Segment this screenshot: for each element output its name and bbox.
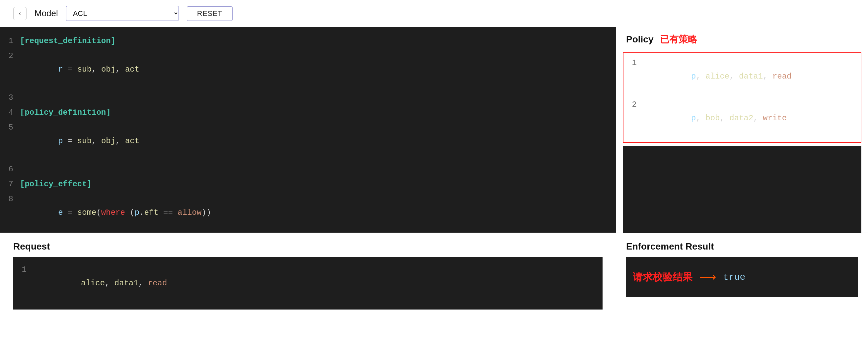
request-title: Request xyxy=(13,241,602,252)
code-empty-3 xyxy=(20,91,616,105)
line-num-7: 7 xyxy=(0,178,20,191)
line-num-5: 5 xyxy=(0,121,20,135)
request-code-area[interactable]: 1 alice, data1, read xyxy=(13,257,602,310)
enforcement-code-area: 请求校验结果 ⟶ true xyxy=(626,257,858,297)
line-num-4: 4 xyxy=(0,106,20,119)
code-line-6: 6 xyxy=(0,162,616,177)
model-select[interactable]: ACL RBAC ABAC REST xyxy=(66,6,179,21)
request-line-content: alice, data1, read xyxy=(33,263,602,304)
arrow-icon: ⟶ xyxy=(699,270,716,284)
code-editor[interactable]: 1 [request_definition] 2 r = sub, obj, a… xyxy=(0,27,616,233)
policy-line-1: 1 p, alice, data1, read xyxy=(623,56,861,97)
code-line-5: 5 p = sub, obj, act xyxy=(0,120,616,162)
enforcement-panel: Enforcement Result 请求校验结果 ⟶ true xyxy=(616,233,868,310)
main-content: 1 [request_definition] 2 r = sub, obj, a… xyxy=(0,27,868,233)
result-value: true xyxy=(723,272,745,282)
request-panel: Request 1 alice, data1, read xyxy=(0,233,616,310)
code-section-policy-effect: [policy_effect] xyxy=(20,178,616,191)
code-line-8: 8 e = some(where (p.eft == allow)) xyxy=(0,192,616,233)
line-num-6: 6 xyxy=(0,163,20,176)
code-line-1: 1 [request_definition] xyxy=(0,34,616,49)
code-line-2: 2 r = sub, obj, act xyxy=(0,49,616,91)
bottom-section: Request 1 alice, data1, read Enforcement… xyxy=(0,233,868,310)
policy-code-box: 1 p, alice, data1, read 2 p, bob, data2,… xyxy=(623,53,861,143)
line-num-3: 3 xyxy=(0,91,20,105)
policy-panel-header: Policy 已有策略 xyxy=(616,27,868,49)
policy-editor-empty[interactable] xyxy=(623,146,861,246)
enforcement-title: Enforcement Result xyxy=(626,241,858,252)
code-req-assign: r = sub, obj, act xyxy=(20,49,616,90)
request-line-1: 1 alice, data1, read xyxy=(13,263,602,304)
back-icon: ‹ xyxy=(19,10,21,17)
policy-panel: Policy 已有策略 1 p, alice, data1, read 2 p,… xyxy=(616,27,868,233)
back-button[interactable]: ‹ xyxy=(13,7,27,20)
top-bar: ‹ Model ACL RBAC ABAC REST RESET xyxy=(0,0,868,27)
line-num-1: 1 xyxy=(0,34,20,48)
code-effect-line: e = some(where (p.eft == allow)) xyxy=(20,193,616,233)
code-line-4: 4 [policy_definition] xyxy=(0,105,616,120)
code-section-policy-def: [policy_definition] xyxy=(20,106,616,119)
policy-line-1-content: p, alice, data1, read xyxy=(643,56,861,97)
policy-line-num-1: 1 xyxy=(623,56,643,70)
code-policy-assign: p = sub, obj, act xyxy=(20,121,616,161)
request-line-num: 1 xyxy=(13,263,33,277)
model-label: Model xyxy=(34,8,58,19)
code-line-3: 3 xyxy=(0,91,616,105)
line-num-2: 2 xyxy=(0,49,20,63)
result-annotation: 请求校验结果 ⟶ true xyxy=(633,270,745,284)
policy-title: Policy xyxy=(626,34,653,45)
code-line-7: 7 [policy_effect] xyxy=(0,177,616,192)
policy-badge: 已有策略 xyxy=(660,33,697,46)
line-num-8: 8 xyxy=(0,193,20,206)
reset-button[interactable]: RESET xyxy=(187,6,232,21)
code-empty-6 xyxy=(20,163,616,176)
policy-line-2: 2 p, bob, data2, write xyxy=(623,97,861,139)
annotation-label: 请求校验结果 xyxy=(633,270,692,284)
code-section-request-def: [request_definition] xyxy=(20,34,616,48)
policy-line-num-2: 2 xyxy=(623,98,643,112)
policy-line-2-content: p, bob, data2, write xyxy=(643,98,861,139)
